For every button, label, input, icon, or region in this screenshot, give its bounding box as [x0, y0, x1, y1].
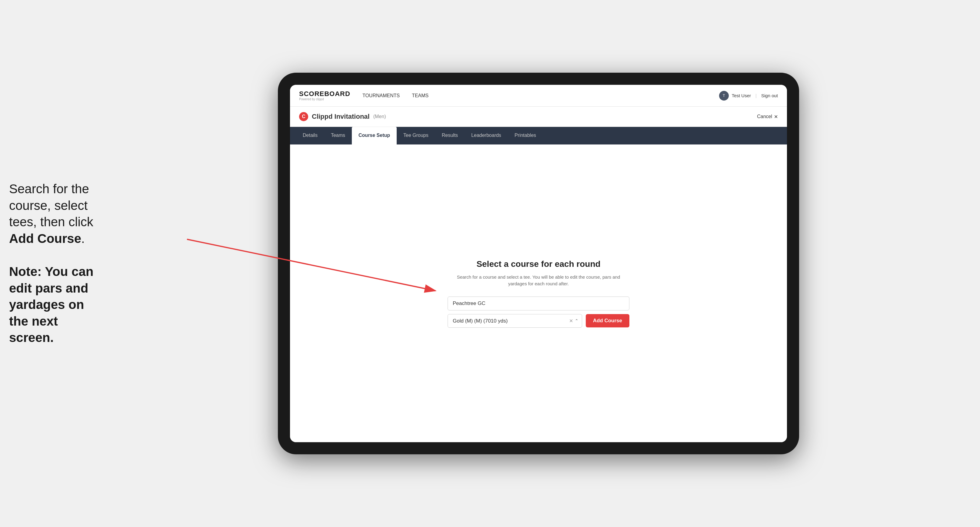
top-nav: SCOREBOARD Powered by clippd TOURNAMENTS…	[290, 85, 787, 106]
tournament-title: C Clippd Invitational (Men)	[299, 112, 386, 121]
nav-teams[interactable]: TEAMS	[412, 93, 428, 98]
tab-course-setup[interactable]: Course Setup	[352, 127, 397, 144]
tabs-bar: Details Teams Course Setup Tee Groups Re…	[290, 127, 787, 144]
tournament-header: C Clippd Invitational (Men) Cancel ✕	[290, 106, 787, 127]
logo-sub: Powered by clippd	[299, 97, 350, 101]
nav-right: T Test User | Sign out	[719, 91, 778, 100]
annotation-bold: Add Course	[9, 232, 81, 246]
cancel-label: Cancel	[757, 114, 772, 119]
tournament-icon: C	[299, 112, 308, 121]
tournament-badge: (Men)	[373, 114, 386, 119]
nav-tournaments[interactable]: TOURNAMENTS	[363, 93, 400, 98]
tee-select-wrapper: Gold (M) (M) (7010 yds) ✕ ⌃	[447, 314, 582, 328]
logo-text: SCOREBOARD	[299, 90, 350, 97]
tablet-frame: SCOREBOARD Powered by clippd TOURNAMENTS…	[278, 73, 799, 454]
tab-tee-groups[interactable]: Tee Groups	[397, 127, 435, 144]
tablet-screen: SCOREBOARD Powered by clippd TOURNAMENTS…	[290, 85, 787, 442]
tee-select[interactable]: Gold (M) (M) (7010 yds)	[447, 314, 582, 328]
nav-left: SCOREBOARD Powered by clippd TOURNAMENTS…	[299, 90, 428, 101]
logo-block: SCOREBOARD Powered by clippd	[299, 90, 350, 101]
course-select-desc: Search for a course and select a tee. Yo…	[447, 274, 629, 287]
annotation-block: Search for the course, select tees, then…	[9, 181, 94, 346]
course-select-title: Select a course for each round	[447, 259, 629, 269]
add-course-button[interactable]: Add Course	[586, 314, 629, 327]
main-content: Select a course for each round Search fo…	[290, 144, 787, 442]
tab-results[interactable]: Results	[435, 127, 465, 144]
user-avatar: T	[719, 91, 729, 100]
tab-teams[interactable]: Teams	[324, 127, 352, 144]
course-select-box: Select a course for each round Search fo…	[447, 259, 629, 328]
tab-details[interactable]: Details	[296, 127, 324, 144]
cancel-icon: ✕	[774, 114, 778, 120]
annotation-note: Note: You can edit pars and yardages on …	[9, 264, 94, 346]
cancel-button[interactable]: Cancel ✕	[757, 114, 778, 120]
tab-printables[interactable]: Printables	[508, 127, 543, 144]
user-name: Test User	[732, 93, 751, 98]
nav-pipe: |	[756, 93, 757, 98]
course-search-input[interactable]	[447, 297, 629, 310]
annotation-text-1: Search for the course, select tees, then…	[9, 181, 94, 247]
tee-select-row: Gold (M) (M) (7010 yds) ✕ ⌃ Add Course	[447, 314, 629, 328]
tournament-name: Clippd Invitational	[312, 113, 370, 121]
sign-out-link[interactable]: Sign out	[761, 93, 778, 98]
tab-leaderboards[interactable]: Leaderboards	[465, 127, 508, 144]
